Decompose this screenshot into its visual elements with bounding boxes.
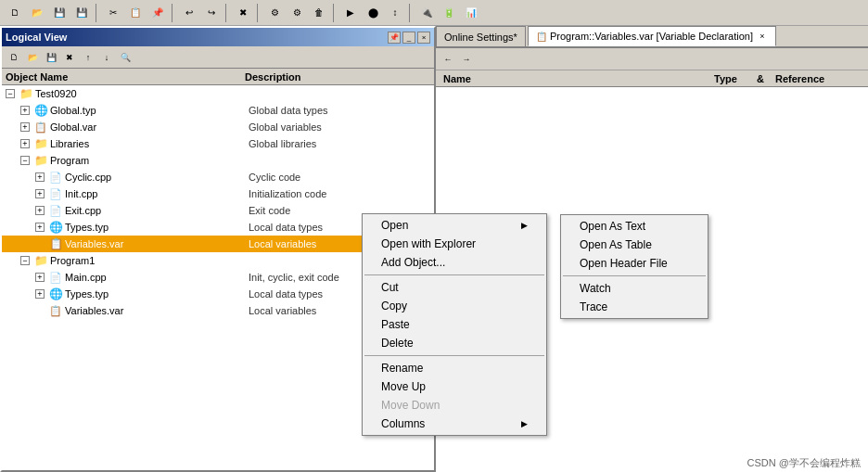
menu-item-paste[interactable]: Paste (363, 315, 546, 334)
tab-label: Online Settings* (444, 32, 517, 43)
cpp-icon: 📄 (48, 204, 63, 217)
expand-icon[interactable]: − (20, 156, 30, 165)
minimize-button[interactable]: _ (402, 32, 415, 44)
stop-button[interactable]: ⬤ (363, 3, 383, 23)
panel-down-btn[interactable]: ↓ (97, 49, 116, 66)
menu-item-cut[interactable]: Cut (363, 278, 546, 297)
offline-button[interactable]: 🔋 (439, 3, 459, 23)
right-toolbar: ← → (436, 48, 868, 70)
tree-row[interactable]: − 📁 Test0920 (2, 85, 434, 102)
transfer-button[interactable]: ↕ (385, 3, 405, 23)
right-toolbar-btn2[interactable]: → (457, 51, 476, 68)
new-button[interactable]: 🗋 (5, 3, 25, 23)
menu-item-label: Trace (580, 300, 607, 313)
cut-button[interactable]: ✂ (103, 3, 123, 23)
menu-item-copy[interactable]: Copy (363, 297, 546, 315)
right-toolbar-btn1[interactable]: ← (439, 51, 457, 68)
saveall-button[interactable]: 💾 (71, 3, 92, 23)
expand-icon[interactable]: + (35, 206, 45, 215)
menu-item-label: Watch (580, 282, 611, 295)
folder-icon: 📁 (19, 87, 33, 100)
tab-close-button[interactable]: × (757, 31, 768, 42)
menu-item-open-as-table[interactable]: Open As Table (561, 236, 708, 254)
menu-item-move-down[interactable]: Move Down (363, 396, 546, 415)
submenu-separator (563, 275, 706, 276)
menu-item-open-as-text[interactable]: Open As Text (561, 217, 708, 236)
node-desc: Global data types (249, 105, 434, 116)
node-desc: Initialization code (249, 188, 434, 199)
context-menu: Open Open with Explorer Add Object... Cu… (362, 213, 547, 436)
panel-open-btn[interactable]: 📂 (23, 49, 42, 66)
online-button[interactable]: 🔌 (416, 3, 437, 23)
tree-row[interactable]: + 🌐 Global.typ Global data types (2, 102, 434, 119)
panel-up-btn[interactable]: ↑ (79, 49, 97, 66)
node-desc: Global variables (249, 121, 434, 133)
menu-item-label: Add Object... (381, 256, 445, 269)
tree-row[interactable]: + 📁 Libraries Global libraries (2, 135, 434, 152)
expand-icon[interactable]: − (6, 89, 15, 98)
expand-icon[interactable]: + (35, 273, 45, 282)
node-label: Init.cpp (65, 188, 249, 199)
menu-item-label: Rename (381, 362, 423, 375)
paste-button[interactable]: 📌 (147, 3, 168, 23)
var-icon: 📋 (48, 237, 63, 250)
tree-row[interactable]: − 📁 Program (2, 152, 434, 169)
node-label: Global.var (50, 121, 249, 133)
node-label: Exit.cpp (65, 205, 249, 216)
node-desc: Global libraries (249, 138, 434, 149)
menu-item-label: Open (381, 219, 408, 232)
expand-icon[interactable]: + (35, 289, 45, 299)
menu-item-rename[interactable]: Rename (363, 359, 546, 377)
menu-separator (364, 274, 544, 275)
expand-icon[interactable]: + (35, 223, 45, 232)
tree-row[interactable]: + 📄 Cyclic.cpp Cyclic code (2, 169, 434, 185)
build-button[interactable]: ⚙ (264, 3, 285, 23)
tree-row[interactable]: + 📄 Init.cpp Initialization code (2, 185, 434, 202)
clean-button[interactable]: 🗑 (309, 3, 329, 23)
delete-button[interactable]: ✖ (233, 3, 253, 23)
node-label: Types.typ (65, 288, 249, 300)
sep4 (257, 4, 261, 22)
expand-icon[interactable]: − (20, 256, 30, 265)
expand-icon[interactable]: + (35, 172, 45, 182)
globe-icon: 🌐 (48, 287, 63, 300)
menu-item-move-up[interactable]: Move Up (363, 377, 546, 396)
panel-delete-btn[interactable]: ✖ (60, 49, 79, 66)
menu-item-label: Move Up (381, 380, 426, 393)
menu-item-open-header-file[interactable]: Open Header File (561, 254, 708, 273)
expand-icon[interactable]: + (20, 106, 30, 115)
menu-item-label: Delete (381, 337, 414, 350)
menu-item-add-object[interactable]: Add Object... (363, 253, 546, 272)
menu-item-watch[interactable]: Watch (561, 279, 708, 298)
status-text: CSDN @学不会编程炸糕 (747, 457, 861, 468)
menu-item-trace[interactable]: Trace (561, 298, 708, 316)
run-button[interactable]: ▶ (340, 3, 361, 23)
col-name-header: Name (436, 73, 714, 84)
expand-icon[interactable]: + (35, 189, 45, 198)
menu-item-open[interactable]: Open (363, 216, 546, 235)
undo-button[interactable]: ↩ (179, 3, 199, 23)
expand-icon[interactable]: + (20, 139, 30, 148)
copy-button[interactable]: 📋 (125, 3, 146, 23)
panel-filter-btn[interactable]: 🔍 (116, 49, 134, 66)
cpp-icon: 📄 (48, 271, 63, 284)
sep5 (333, 4, 337, 22)
menu-item-open-explorer[interactable]: Open with Explorer (363, 235, 546, 253)
tree-header: Object Name Description (2, 69, 434, 85)
tab-variables-var[interactable]: 📋 Program::Variables.var [Variable Decla… (528, 26, 776, 46)
expand-icon[interactable]: + (20, 122, 30, 132)
panel-new-btn[interactable]: 🗋 (5, 49, 23, 66)
rebuild-button[interactable]: ⚙ (287, 3, 307, 23)
save-button[interactable]: 💾 (49, 3, 70, 23)
open-button[interactable]: 📂 (27, 3, 47, 23)
node-label: Cyclic.cpp (65, 172, 249, 183)
monitor-button[interactable]: 📊 (461, 3, 481, 23)
redo-button[interactable]: ↪ (201, 3, 222, 23)
tab-online-settings[interactable]: Online Settings* (436, 26, 526, 46)
menu-item-columns[interactable]: Columns (363, 415, 546, 433)
panel-save-btn[interactable]: 💾 (42, 49, 60, 66)
pin-button[interactable]: 📌 (388, 32, 401, 44)
menu-item-delete[interactable]: Delete (363, 334, 546, 352)
close-panel-button[interactable]: × (417, 32, 430, 44)
tree-row[interactable]: + 📋 Global.var Global variables (2, 119, 434, 135)
